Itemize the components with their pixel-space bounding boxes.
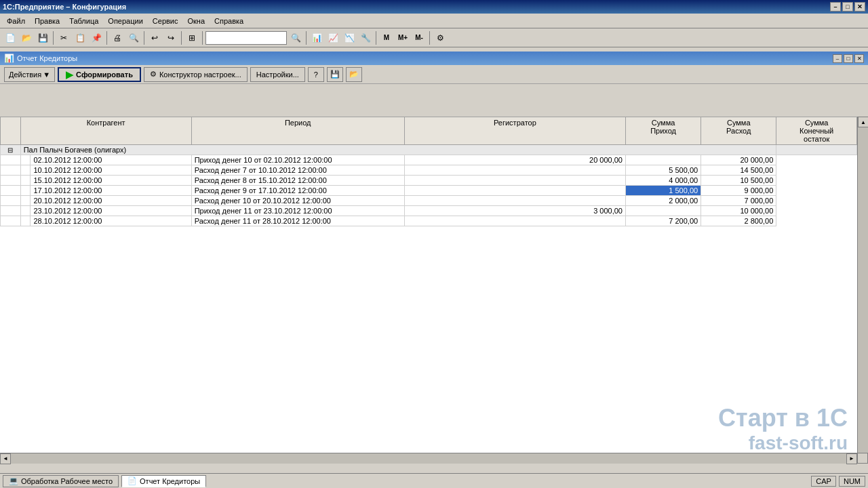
settings-label: Настройки... <box>256 70 299 79</box>
new-button[interactable]: 📄 <box>3 30 18 45</box>
vertical-scrollbar[interactable]: ▲ ▼ <box>857 117 868 464</box>
registrator-cell: Приход денег 11 от 23.10.2012 12:00:00 <box>191 206 404 216</box>
rashod-cell: 7 200,00 <box>625 216 701 226</box>
nav-button[interactable]: ⊞ <box>184 30 199 45</box>
rashod-cell: 5 500,00 <box>625 165 701 176</box>
separator4 <box>181 31 182 45</box>
settings-toolbar-button[interactable]: ⚙ <box>433 30 448 45</box>
tb-btn4[interactable]: 🔧 <box>358 30 373 45</box>
ostatok-cell: 20 000,00 <box>701 155 776 165</box>
num-indicator: NUM <box>839 476 865 487</box>
collapse-icon[interactable]: ⊟ <box>7 146 13 154</box>
expand-cell <box>1 155 21 165</box>
undo-button[interactable]: ↩ <box>147 30 162 45</box>
separator2 <box>106 31 107 45</box>
scroll-left-button[interactable]: ◄ <box>0 453 11 464</box>
search-input[interactable] <box>205 31 287 45</box>
redo-button[interactable]: ↪ <box>163 30 178 45</box>
ostatok-cell: 14 500,00 <box>701 165 776 176</box>
menu-file[interactable]: Файл <box>3 16 29 26</box>
table-row[interactable]: 10.10.2012 12:00:00Расход денег 7 от 10.… <box>1 165 857 176</box>
generate-button[interactable]: ▶ Сформировать <box>58 67 141 82</box>
cap-indicator: CAP <box>811 476 836 487</box>
open-button[interactable]: 📂 <box>19 30 34 45</box>
settings-button[interactable]: Настройки... <box>250 67 305 82</box>
table-row[interactable]: 15.10.2012 12:00:00Расход денег 8 от 15.… <box>1 176 857 186</box>
tb-btn2[interactable]: 📈 <box>326 30 340 45</box>
menu-help[interactable]: Справка <box>210 16 248 26</box>
sub-close-button[interactable]: ✕ <box>854 54 864 63</box>
tb-btn1[interactable]: 📊 <box>309 30 324 45</box>
tb-mplus-button[interactable]: M+ <box>395 30 410 45</box>
scroll-track-v[interactable] <box>858 127 868 453</box>
table-row[interactable]: 28.10.2012 12:00:00Расход денег 11 от 28… <box>1 216 857 226</box>
prihod-cell <box>404 216 625 226</box>
preview-button[interactable]: 🔍 <box>126 30 141 45</box>
maximize-button[interactable]: □ <box>842 2 853 12</box>
prihod-cell <box>404 176 625 186</box>
col-registrator-header: Регистратор <box>404 117 625 145</box>
registrator-cell: Расход денег 7 от 10.10.2012 12:00:00 <box>191 165 404 176</box>
tb-mminus-button[interactable]: M- <box>412 30 427 45</box>
main-content: Контрагент Период Регистратор Сумма Прих… <box>0 117 857 464</box>
menu-windows[interactable]: Окна <box>184 16 210 26</box>
menu-service[interactable]: Сервис <box>149 16 182 26</box>
col-expand-header <box>1 117 21 145</box>
load-report-button[interactable]: 📂 <box>346 67 362 82</box>
sub-window: 📊 Отчет Кредиторы – □ ✕ Действия ▼ ▶ Сфо… <box>0 52 868 488</box>
save-report-button[interactable]: 💾 <box>327 67 343 82</box>
status-tab-workspace[interactable]: 💻 Обработка Рабочее место <box>3 475 119 487</box>
horizontal-scrollbar[interactable]: ◄ ► <box>0 453 857 464</box>
menu-operations[interactable]: Операции <box>104 16 146 26</box>
prihod-cell <box>404 186 625 196</box>
status-bar: 💻 Обработка Рабочее место 📄 Отчет Кредит… <box>0 473 868 488</box>
table-row[interactable]: 02.10.2012 12:00:00Приход денег 10 от 02… <box>1 155 857 165</box>
close-button[interactable]: ✕ <box>854 2 865 12</box>
group-label-cell: Пал Палыч Богачев (олигарх) <box>20 145 776 155</box>
rashod-cell: 2 000,00 <box>625 196 701 206</box>
sub-title-bar: 📊 Отчет Кредиторы – □ ✕ <box>0 52 868 65</box>
constructor-label: Конструктор настроек... <box>159 70 241 79</box>
ostatok-cell: 10 000,00 <box>701 206 776 216</box>
constructor-icon: ⚙ <box>150 70 157 79</box>
scroll-up-button[interactable]: ▲ <box>858 117 868 127</box>
group-expand-cell[interactable]: ⊟ <box>1 145 21 155</box>
actions-chevron-icon: ▼ <box>43 70 50 79</box>
constructor-button[interactable]: ⚙ Конструктор настроек... <box>144 67 248 82</box>
separator5 <box>202 31 203 45</box>
search-go-button[interactable]: 🔍 <box>288 30 303 45</box>
sub-maximize-button[interactable]: □ <box>844 54 853 63</box>
menu-table[interactable]: Таблица <box>65 16 102 26</box>
table-row[interactable]: 20.10.2012 12:00:00Расход денег 10 от 20… <box>1 196 857 206</box>
col-period-header: Период <box>191 117 404 145</box>
period-cell: 17.10.2012 12:00:00 <box>31 186 191 196</box>
indent-cell <box>20 155 31 165</box>
minimize-button[interactable]: – <box>830 2 841 12</box>
print-button[interactable]: 🖨 <box>110 30 125 45</box>
table-row[interactable]: 23.10.2012 12:00:00Приход денег 11 от 23… <box>1 206 857 216</box>
paste-button[interactable]: 📌 <box>89 30 104 45</box>
scroll-right-button[interactable]: ► <box>846 453 857 464</box>
help-button[interactable]: ? <box>308 67 324 82</box>
tb-m-button[interactable]: M <box>379 30 394 45</box>
tb-btn3[interactable]: 📉 <box>342 30 357 45</box>
scroll-track-h[interactable] <box>11 453 846 464</box>
table-row[interactable]: 17.10.2012 12:00:00Расход денег 9 от 17.… <box>1 186 857 196</box>
separator3 <box>144 31 144 45</box>
indent-cell <box>20 216 31 226</box>
menu-edit[interactable]: Правка <box>31 16 64 26</box>
status-tab-report[interactable]: 📄 Отчет Кредиторы <box>121 475 206 487</box>
table-body: ⊟ Пал Палыч Богачев (олигарх) 02.10.2012… <box>1 145 857 226</box>
rashod-cell: 1 500,00 <box>625 186 701 196</box>
action-bar: Действия ▼ ▶ Сформировать ⚙ Конструктор … <box>0 65 868 84</box>
group-row[interactable]: ⊟ Пал Палыч Богачев (олигарх) <box>1 145 857 155</box>
separator6 <box>306 31 307 45</box>
save-button[interactable]: 💾 <box>35 30 50 45</box>
workspace-icon: 💻 <box>9 476 18 485</box>
cut-button[interactable]: ✂ <box>56 30 71 45</box>
sub-minimize-button[interactable]: – <box>833 54 842 63</box>
ostatok-cell: 10 500,00 <box>701 176 776 186</box>
actions-dropdown[interactable]: Действия ▼ <box>4 67 55 82</box>
rashod-cell <box>625 206 701 216</box>
copy-button[interactable]: 📋 <box>73 30 87 45</box>
